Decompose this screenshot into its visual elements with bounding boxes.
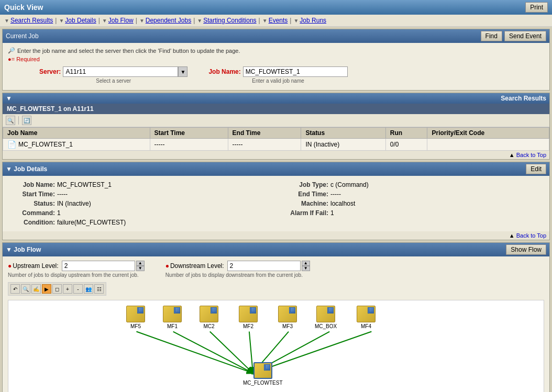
nav-job-details[interactable]: Job Details [65,17,96,24]
info-text: Enter the job name and select the server… [17,48,240,54]
col-start-time: Start Time [150,128,228,139]
detail-job-name: Job Name: MC_FLOWTEST_1 [13,180,266,189]
detail-label-condition: Condition: [13,219,55,226]
detail-label-command: Command: [13,209,55,217]
detail-value-end-time: ----- [330,191,341,198]
flow-collapse-icon: ▼ [6,246,12,253]
detail-label-job-type: Job Type: [286,181,328,188]
detail-value-job-name: MC_FLOWTEST_1 [57,181,112,188]
back-arrow-1: ▲ [509,152,515,158]
collapse-icon: ▼ [6,95,12,102]
nav-sep-5: | [259,17,260,24]
back-to-top-link-1[interactable]: Back to Top [516,152,546,158]
node-mf1-label: MF1 [167,323,178,329]
nav-starting-conditions[interactable]: Starting Conditions [203,17,256,24]
flow-zoom-in-icon[interactable]: 🔍 [21,284,30,294]
node-mf1[interactable]: MF1 [163,306,182,329]
detail-value-job-type: c (Command) [330,181,369,188]
node-mc2-icon [200,306,218,322]
nav-job-flow[interactable]: Job Flow [108,17,134,24]
node-mf3[interactable]: MF3 [278,306,297,329]
details-left: Job Name: MC_FLOWTEST_1 Start Time: ----… [13,180,266,227]
flow-group-icon[interactable]: 👥 [84,284,93,294]
detail-label-status: Status: [13,200,55,207]
send-event-button[interactable]: Send Event [504,31,546,41]
show-flow-button[interactable]: Show Flow [506,244,546,255]
current-job-header: Current Job Find Send Event [3,29,549,43]
flow-zoom-out-btn[interactable]: - [73,284,83,294]
upstream-spin-down[interactable]: ▼ [136,266,145,271]
job-flow-header: ▼ Job Flow Show Flow [3,243,549,256]
detail-label-start-time: Start Time: [13,191,55,198]
node-mc-flowtest-icon [253,362,272,379]
server-dropdown-btn[interactable]: ▼ [178,66,187,77]
upstream-spin-up[interactable]: ▲ [136,261,145,266]
flow-body: ● Upstream Level: ▲ ▼ Number of jobs to … [3,256,549,392]
flow-layout-icon[interactable]: ☷ [94,284,104,294]
detail-status: Status: IN (Inactive) [13,199,266,208]
downstream-spin-down[interactable]: ▼ [302,266,310,271]
cell-end-time: ----- [228,139,301,151]
job-details-header: ▼ Job Details Edit [3,162,549,176]
detail-label-job-name: Job Name: [13,181,55,188]
nav-arrow-4: ▼ [139,18,145,24]
node-mc-box-label: MC_BOX [315,323,337,329]
downstream-required: ● [165,262,169,270]
downstream-spin-up[interactable]: ▲ [302,261,310,266]
node-mf3-label: MF3 [282,323,293,329]
node-mf2[interactable]: MF2 [239,306,258,329]
nav-dependent-jobs[interactable]: Dependent Jobs [146,17,191,24]
flow-toolbar: ↶ 🔍 ✍ ▶ ◻ + - 👥 ☷ [8,282,106,296]
downstream-hint: Number of jobs to display downstream fro… [165,272,310,278]
node-mf3-icon [278,306,297,322]
title-bar: Quick View Print [0,0,552,15]
table-row: 📄 MC_FLOWTEST_1 ----- ----- IN (Inactive… [3,139,549,151]
nav-arrow-7: ▼ [293,18,299,24]
nav-sep-1: | [55,17,57,24]
print-button[interactable]: Print [525,2,548,13]
node-mc-flowtest-label: MC_FLOWTEST [243,380,283,386]
flow-zoom-in-btn[interactable]: + [63,284,72,294]
nav-arrow-6: ▼ [262,18,268,24]
job-name-input[interactable] [243,66,348,77]
nav-job-runs[interactable]: Job Runs [300,17,326,24]
job-details-section: ▼ Job Details Edit Job Name: MC_FLOWTEST… [2,162,550,240]
upstream-input[interactable] [62,261,135,271]
upstream-hint: Number of jobs to display upstream from … [8,272,145,278]
server-field-group: Server: ▼ Select a server [39,66,187,84]
find-button[interactable]: Find [481,31,502,41]
detail-end-time: End Time: ----- [286,189,539,199]
nav-sep-2: | [98,17,100,24]
edit-button[interactable]: Edit [526,164,546,174]
node-mf2-icon [239,306,258,322]
node-mc-box[interactable]: MC_BOX [315,306,337,329]
server-input[interactable] [63,66,178,77]
back-to-top-2: ▲ Back to Top [3,231,549,240]
flow-select-icon[interactable]: ↶ [10,284,20,294]
cell-run: 0/0 [385,139,427,151]
node-mf5-label: MF5 [130,323,141,329]
flow-pan-icon[interactable]: ✍ [31,284,41,294]
detail-start-time: Start Time: ----- [13,189,266,199]
node-mf4[interactable]: MF4 [357,306,376,329]
back-to-top-link-2[interactable]: Back to Top [516,232,546,239]
detail-command: Command: 1 [13,208,266,218]
nav-sep-3: | [136,17,137,24]
upstream-required: ● [8,262,12,270]
zoom-icon[interactable]: 🔍 [6,116,15,125]
results-job-title: MC_FLOWTEST_1 on A11r11 [3,104,549,114]
refresh-icon[interactable]: 🔄 [22,116,31,125]
nav-search-results[interactable]: Search Results [10,17,53,24]
nav-events[interactable]: Events [269,17,288,24]
flow-zoom-fit-icon[interactable]: ◻ [52,284,62,294]
current-job-body: 🔎 Enter the job name and select the serv… [3,43,549,90]
node-mf5[interactable]: MF5 [126,306,145,329]
node-mc-flowtest[interactable]: MC_FLOWTEST [243,362,283,386]
node-mc-box-icon [316,306,335,322]
job-flow-section: ▼ Job Flow Show Flow ● Upstream Level: ▲… [2,242,550,392]
downstream-input[interactable] [227,261,301,271]
nav-sep-6: | [290,17,291,24]
flow-pointer-icon[interactable]: ▶ [42,284,51,294]
detail-machine: Machine: localhost [286,199,539,208]
node-mc2[interactable]: MC2 [200,306,218,329]
